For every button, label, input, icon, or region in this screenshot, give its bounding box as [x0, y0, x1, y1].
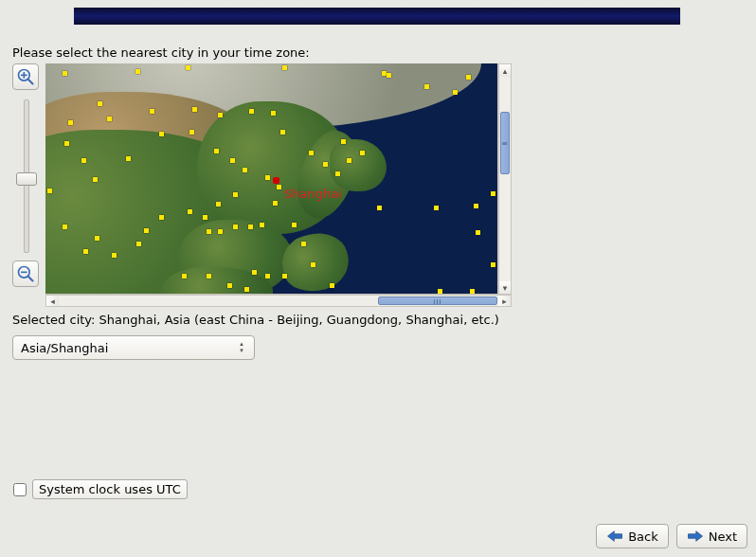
city-dot[interactable]	[182, 274, 187, 278]
city-dot[interactable]	[150, 109, 154, 114]
prompt-label: Please select the nearest city in your t…	[12, 45, 310, 60]
selected-city-marker	[273, 177, 279, 184]
city-dot[interactable]	[491, 191, 495, 196]
city-dot[interactable]	[83, 249, 88, 254]
combobox-spin-icon: ▴▾	[235, 341, 248, 354]
city-dot[interactable]	[188, 209, 192, 214]
map-vertical-scrollbar[interactable]: ▴ ≡ ▾	[498, 63, 512, 295]
utc-checkbox[interactable]	[13, 483, 27, 496]
city-dot[interactable]	[470, 289, 475, 294]
city-dot[interactable]	[214, 149, 219, 153]
city-dot[interactable]	[387, 73, 391, 78]
city-dot[interactable]	[243, 168, 247, 172]
city-dot[interactable]	[301, 242, 306, 246]
city-dot[interactable]	[323, 162, 328, 167]
city-dot[interactable]	[218, 229, 223, 234]
city-dot[interactable]	[95, 236, 99, 241]
city-dot[interactable]	[144, 228, 149, 233]
vscroll-thumb[interactable]: ≡	[500, 112, 510, 174]
hscroll-thumb[interactable]: ııı	[378, 296, 497, 305]
city-dot[interactable]	[107, 117, 112, 121]
city-dot[interactable]	[252, 270, 257, 275]
city-dot[interactable]	[282, 274, 287, 278]
city-dot[interactable]	[311, 262, 315, 267]
city-dot[interactable]	[63, 225, 67, 229]
city-dot[interactable]	[280, 130, 285, 135]
city-dot[interactable]	[218, 113, 223, 117]
map-viewport[interactable]: Shanghai	[45, 63, 498, 295]
zoom-out-button[interactable]	[12, 261, 39, 287]
city-dot[interactable]	[68, 120, 73, 125]
city-dot[interactable]	[434, 206, 439, 210]
next-button[interactable]: Next	[676, 524, 747, 548]
selected-city-text: Selected city: Shanghai, Asia (east Chin…	[12, 313, 499, 327]
zoom-in-button[interactable]	[12, 63, 39, 90]
city-dot[interactable]	[474, 204, 478, 208]
city-dot[interactable]	[230, 158, 235, 163]
timezone-combobox[interactable]: Asia/Shanghai ▴▾	[12, 335, 255, 360]
utc-checkbox-label[interactable]: System clock uses UTC	[32, 479, 188, 499]
city-dot[interactable]	[466, 75, 471, 80]
city-dot[interactable]	[63, 71, 67, 76]
city-dot[interactable]	[135, 69, 140, 74]
vscroll-track[interactable]: ≡	[499, 78, 511, 280]
city-dot[interactable]	[271, 111, 276, 116]
scroll-down-arrow[interactable]: ▾	[499, 281, 511, 294]
city-dot[interactable]	[207, 274, 211, 278]
city-dot[interactable]	[64, 141, 69, 146]
nav-button-row: Back Next	[596, 524, 747, 548]
city-dot[interactable]	[136, 242, 141, 246]
city-dot[interactable]	[244, 287, 249, 292]
city-dot[interactable]	[248, 225, 253, 229]
next-button-label: Next	[709, 530, 737, 544]
city-dot[interactable]	[216, 202, 221, 207]
city-dot[interactable]	[189, 130, 194, 135]
city-dot[interactable]	[438, 289, 442, 294]
city-dot[interactable]	[265, 175, 270, 180]
city-dot[interactable]	[335, 171, 340, 176]
city-dot[interactable]	[260, 223, 264, 227]
city-dot[interactable]	[192, 107, 197, 112]
city-dot[interactable]	[227, 283, 232, 288]
city-dot[interactable]	[377, 206, 382, 210]
city-dot[interactable]	[491, 262, 495, 267]
city-dot[interactable]	[424, 84, 429, 89]
city-dot[interactable]	[265, 274, 270, 278]
city-dot[interactable]	[81, 158, 86, 163]
back-button[interactable]: Back	[596, 524, 669, 548]
city-dot[interactable]	[277, 185, 281, 189]
city-dot[interactable]	[203, 215, 207, 220]
scroll-right-arrow[interactable]: ▸	[498, 296, 511, 306]
utc-row: System clock uses UTC	[13, 479, 188, 499]
city-dot[interactable]	[159, 132, 164, 136]
city-dot[interactable]	[360, 151, 365, 155]
city-dot[interactable]	[282, 65, 287, 70]
city-dot[interactable]	[476, 230, 480, 235]
city-dot[interactable]	[98, 101, 102, 106]
city-dot[interactable]	[330, 283, 334, 288]
city-dot[interactable]	[292, 223, 297, 227]
map-horizontal-scrollbar[interactable]: ◂ ııı ▸	[45, 295, 512, 307]
back-button-label: Back	[628, 530, 658, 544]
city-dot[interactable]	[341, 139, 346, 144]
city-dot[interactable]	[347, 158, 351, 163]
selected-city-map-label: Shanghai	[284, 187, 342, 201]
city-dot[interactable]	[47, 189, 52, 193]
city-dot[interactable]	[126, 156, 131, 161]
city-dot[interactable]	[207, 229, 211, 234]
city-dot[interactable]	[233, 225, 238, 229]
city-dot[interactable]	[186, 65, 190, 70]
city-dot[interactable]	[309, 151, 314, 155]
scroll-left-arrow[interactable]: ◂	[46, 296, 59, 306]
scroll-up-arrow[interactable]: ▴	[499, 64, 511, 77]
city-dot[interactable]	[112, 253, 117, 258]
city-dot[interactable]	[93, 177, 98, 182]
city-dot[interactable]	[273, 201, 278, 206]
city-dot[interactable]	[249, 109, 254, 114]
city-dot[interactable]	[233, 192, 238, 197]
header-banner	[74, 8, 680, 25]
zoom-slider-thumb[interactable]	[16, 172, 37, 186]
city-dot[interactable]	[159, 215, 164, 220]
city-dot[interactable]	[453, 90, 458, 95]
svg-line-5	[28, 277, 33, 281]
